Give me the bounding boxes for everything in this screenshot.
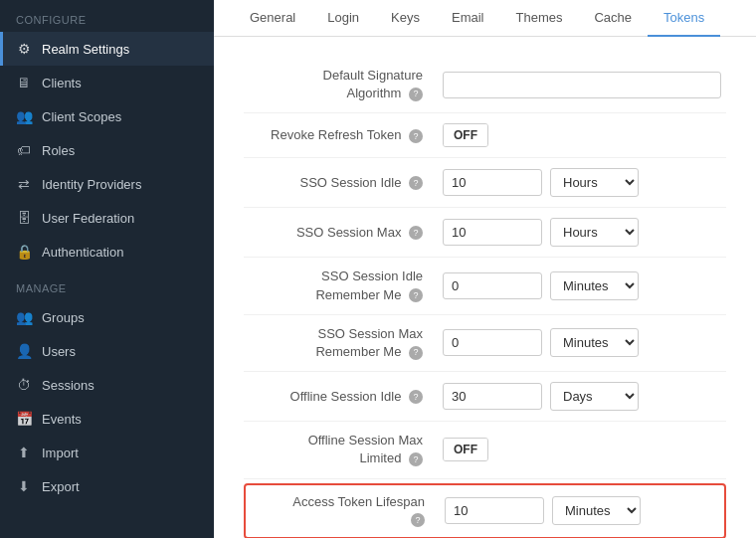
input-sso-session-idle[interactable] xyxy=(443,169,542,196)
label-sso-session-idle: SSO Session Idle ? xyxy=(244,174,443,192)
import-icon: ⬆ xyxy=(16,445,32,460)
sidebar-item-events[interactable]: 📅 Events xyxy=(0,402,214,436)
manage-section-label: Manage xyxy=(0,269,214,300)
sidebar-item-identity-providers[interactable]: ⇄ Identity Providers xyxy=(0,167,214,201)
sidebar-item-clients[interactable]: 🖥 Clients xyxy=(0,66,214,99)
sidebar-item-groups[interactable]: 👥 Groups xyxy=(0,300,214,334)
input-access-token-lifespan[interactable] xyxy=(445,497,544,524)
authentication-icon: 🔒 xyxy=(16,244,32,260)
configure-section-label: Configure xyxy=(0,0,214,32)
label-sso-session-max-remember-me: SSO Session MaxRemember Me ? xyxy=(244,325,443,361)
main-content: General Login Keys Email Themes Cache To… xyxy=(214,0,756,538)
tab-tokens[interactable]: Tokens xyxy=(648,0,720,37)
help-icon-offline-session-idle[interactable]: ? xyxy=(409,390,423,404)
tab-login[interactable]: Login xyxy=(311,0,375,37)
control-offline-session-idle: Seconds Minutes Hours Days xyxy=(443,382,726,411)
sessions-icon: ⏱ xyxy=(16,377,32,393)
help-icon-sso-session-idle-remember-me[interactable]: ? xyxy=(409,288,423,302)
sidebar-item-label: Groups xyxy=(42,310,198,325)
input-sso-session-idle-remember-me[interactable] xyxy=(443,272,542,299)
events-icon: 📅 xyxy=(16,411,32,427)
groups-icon: 👥 xyxy=(16,309,32,325)
label-default-signature-algorithm: Default SignatureAlgorithm ? xyxy=(244,67,443,102)
control-default-signature-algorithm xyxy=(443,72,726,98)
control-sso-session-idle: Seconds Minutes Hours Days xyxy=(443,168,726,197)
tab-general[interactable]: General xyxy=(234,0,311,37)
control-offline-session-max-limited: OFF xyxy=(443,438,726,461)
sidebar-item-sessions[interactable]: ⏱ Sessions xyxy=(0,368,214,402)
tab-themes[interactable]: Themes xyxy=(499,0,578,37)
help-icon-sso-session-idle[interactable]: ? xyxy=(409,176,423,190)
toggle-revoke-refresh-token[interactable]: OFF xyxy=(443,123,488,147)
select-offline-session-idle[interactable]: Seconds Minutes Hours Days xyxy=(550,382,639,411)
toggle-off-label: OFF xyxy=(444,439,487,460)
help-icon-offline-session-max-limited[interactable]: ? xyxy=(409,452,423,466)
row-sso-session-idle: SSO Session Idle ? Seconds Minutes Hours… xyxy=(244,158,726,208)
sidebar-item-export[interactable]: ⬇ Export xyxy=(0,469,214,503)
label-access-token-lifespan: Access Token Lifespan ? xyxy=(246,493,445,529)
tab-bar: General Login Keys Email Themes Cache To… xyxy=(214,0,756,37)
sidebar-item-label: Sessions xyxy=(42,378,198,393)
row-revoke-refresh-token: Revoke Refresh Token ? OFF xyxy=(244,113,726,158)
user-federation-icon: 🗄 xyxy=(16,210,32,226)
select-sso-session-idle[interactable]: Seconds Minutes Hours Days xyxy=(550,168,639,197)
label-sso-session-idle-remember-me: SSO Session IdleRemember Me ? xyxy=(244,268,443,303)
row-sso-session-max: SSO Session Max ? Seconds Minutes Hours … xyxy=(244,208,726,258)
select-access-token-lifespan[interactable]: Seconds Minutes Hours Days xyxy=(552,496,641,525)
roles-icon: 🏷 xyxy=(16,142,32,158)
input-default-signature-algorithm[interactable] xyxy=(443,72,721,98)
row-access-token-lifespan: Access Token Lifespan ? Seconds Minutes … xyxy=(244,483,726,539)
sidebar-item-label: Clients xyxy=(42,76,198,90)
tab-email[interactable]: Email xyxy=(436,0,500,37)
sidebar: Configure ⚙ Realm Settings 🖥 Clients 👥 C… xyxy=(0,0,214,538)
users-icon: 👤 xyxy=(16,343,32,359)
help-icon-default-signature-algorithm[interactable]: ? xyxy=(409,88,423,101)
control-sso-session-max: Seconds Minutes Hours Days xyxy=(443,218,726,247)
input-offline-session-idle[interactable] xyxy=(443,383,542,410)
sidebar-item-label: Export xyxy=(42,479,198,494)
client-scopes-icon: 👥 xyxy=(16,108,32,124)
sidebar-item-label: Import xyxy=(42,446,198,460)
select-sso-session-max[interactable]: Seconds Minutes Hours Days xyxy=(550,218,639,247)
label-sso-session-max: SSO Session Max ? xyxy=(244,224,443,242)
sidebar-item-label: Roles xyxy=(42,143,198,158)
row-offline-session-idle: Offline Session Idle ? Seconds Minutes H… xyxy=(244,372,726,422)
sidebar-item-label: Users xyxy=(42,344,198,359)
sidebar-item-label: Client Scopes xyxy=(42,109,198,124)
row-offline-session-max-limited: Offline Session MaxLimited ? OFF xyxy=(244,422,726,478)
sidebar-item-client-scopes[interactable]: 👥 Client Scopes xyxy=(0,99,214,133)
sidebar-item-label: Authentication xyxy=(42,245,198,260)
help-icon-sso-session-max[interactable]: ? xyxy=(409,226,423,240)
help-icon-access-token-lifespan[interactable]: ? xyxy=(411,513,425,527)
tab-cache[interactable]: Cache xyxy=(578,0,648,37)
control-sso-session-max-remember-me: Seconds Minutes Hours Days xyxy=(443,328,726,357)
control-revoke-refresh-token: OFF xyxy=(443,123,726,147)
tab-keys[interactable]: Keys xyxy=(375,0,436,37)
input-sso-session-max-remember-me[interactable] xyxy=(443,329,542,356)
control-sso-session-idle-remember-me: Seconds Minutes Hours Days xyxy=(443,271,726,300)
sidebar-item-users[interactable]: 👤 Users xyxy=(0,334,214,368)
sidebar-item-roles[interactable]: 🏷 Roles xyxy=(0,133,214,167)
sidebar-item-realm-settings[interactable]: ⚙ Realm Settings xyxy=(0,32,214,66)
row-default-signature-algorithm: Default SignatureAlgorithm ? xyxy=(244,57,726,113)
help-icon-sso-session-max-remember-me[interactable]: ? xyxy=(409,346,423,360)
sidebar-item-import[interactable]: ⬆ Import xyxy=(0,436,214,469)
sidebar-item-user-federation[interactable]: 🗄 User Federation xyxy=(0,201,214,235)
form-content: Default SignatureAlgorithm ? Revoke Refr… xyxy=(214,37,756,538)
input-sso-session-max[interactable] xyxy=(443,219,542,246)
label-offline-session-max-limited: Offline Session MaxLimited ? xyxy=(244,432,443,467)
label-revoke-refresh-token: Revoke Refresh Token ? xyxy=(244,126,443,144)
toggle-offline-session-max-limited[interactable]: OFF xyxy=(443,438,488,461)
row-sso-session-idle-remember-me: SSO Session IdleRemember Me ? Seconds Mi… xyxy=(244,258,726,314)
select-sso-session-max-remember-me[interactable]: Seconds Minutes Hours Days xyxy=(550,328,639,357)
sidebar-item-authentication[interactable]: 🔒 Authentication xyxy=(0,235,214,269)
row-sso-session-max-remember-me: SSO Session MaxRemember Me ? Seconds Min… xyxy=(244,315,726,372)
select-sso-session-idle-remember-me[interactable]: Seconds Minutes Hours Days xyxy=(550,271,639,300)
clients-icon: 🖥 xyxy=(16,75,32,90)
label-offline-session-idle: Offline Session Idle ? xyxy=(244,388,443,406)
export-icon: ⬇ xyxy=(16,478,32,494)
help-icon-revoke-refresh-token[interactable]: ? xyxy=(409,129,423,143)
identity-providers-icon: ⇄ xyxy=(16,176,32,192)
sidebar-item-label: Events xyxy=(42,412,198,427)
sidebar-item-label: User Federation xyxy=(42,211,198,226)
